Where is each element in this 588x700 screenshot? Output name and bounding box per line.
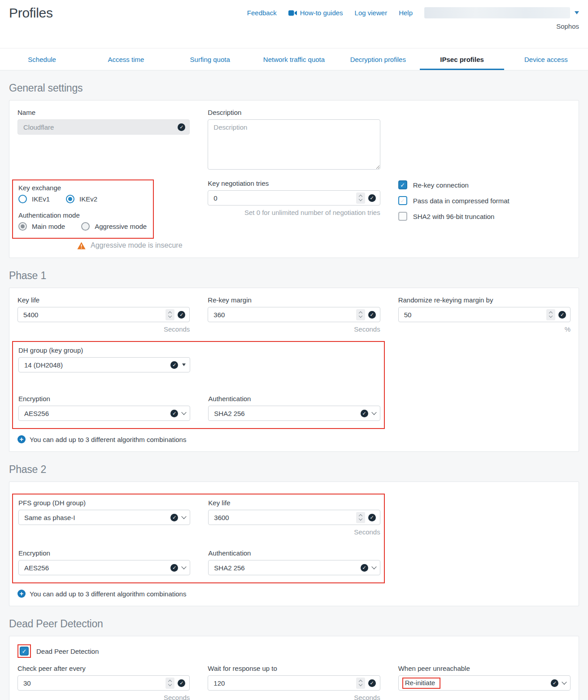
number-stepper[interactable] xyxy=(356,512,365,523)
check-circle-icon xyxy=(368,514,376,521)
video-camera-icon xyxy=(288,10,297,16)
key-negotiation-value: 0 xyxy=(213,194,356,202)
randomize-margin-label: Randomize re-keying margin by xyxy=(398,296,571,304)
annotation-box-dpd-checkbox xyxy=(17,644,31,658)
phase1-key-life-label: Key life xyxy=(17,296,190,304)
phase1-authentication-field: Authentication SHA2 256 xyxy=(208,395,380,421)
phase2-encryption-label: Encryption xyxy=(18,549,190,557)
check-circle-icon xyxy=(368,679,376,687)
number-stepper[interactable] xyxy=(356,309,365,320)
compressed-format-checkbox[interactable] xyxy=(398,196,407,205)
key-exchange-options: IKEv1 IKEv2 xyxy=(18,195,147,203)
phase1-note-text: You can add up to 3 different algorithm … xyxy=(30,436,186,443)
name-field: Name Cloudflare xyxy=(17,109,190,171)
chevron-down-icon xyxy=(371,410,376,415)
phase2-note-text: You can add up to 3 different algorithm … xyxy=(30,590,186,598)
plus-circle-icon[interactable] xyxy=(17,435,26,443)
check-circle-icon xyxy=(170,410,178,417)
description-label: Description xyxy=(208,109,380,116)
howto-guides-link[interactable]: How-to guides xyxy=(288,9,343,17)
chevron-down-icon xyxy=(182,564,187,569)
tab-device-access[interactable]: Device access xyxy=(504,48,588,70)
dh-group-select[interactable]: 14 (DH2048) xyxy=(18,357,190,372)
number-stepper[interactable] xyxy=(356,678,365,689)
account-menu[interactable] xyxy=(424,7,579,18)
phase2-key-life-unit: Seconds xyxy=(208,528,380,536)
rekey-margin-input[interactable]: 360 xyxy=(208,307,380,322)
phase2-key-life-input[interactable]: 3600 xyxy=(208,510,380,525)
tab-schedule[interactable]: Schedule xyxy=(0,48,84,70)
main-content: General settings Name Cloudflare Descrip… xyxy=(0,82,588,700)
phase1-key-life-field: Key life 5400 Seconds xyxy=(17,296,190,333)
check-circle-icon xyxy=(178,311,185,319)
plus-circle-icon[interactable] xyxy=(17,590,26,598)
check-peer-unit: Seconds xyxy=(17,694,190,700)
phase1-encryption-select[interactable]: AES256 xyxy=(18,406,190,421)
phase1-authentication-label: Authentication xyxy=(208,395,380,402)
phase2-key-life-field: Key life 3600 Seconds xyxy=(208,499,380,536)
check-circle-icon xyxy=(551,679,558,687)
key-negotiation-input[interactable]: 0 xyxy=(208,190,380,206)
phase1-authentication-select[interactable]: SHA2 256 xyxy=(208,406,380,421)
dpd-checkbox[interactable] xyxy=(20,647,29,656)
wait-response-input[interactable]: 120 xyxy=(208,675,380,691)
phase1-authentication-value: SHA2 256 xyxy=(214,410,360,417)
sha2-truncation-row: SHA2 with 96-bit truncation xyxy=(398,212,571,221)
radio-ikev2-label: IKEv2 xyxy=(79,195,97,203)
tab-decryption-profiles[interactable]: Decryption profiles xyxy=(336,48,420,70)
phase1-key-life-input[interactable]: 5400 xyxy=(17,307,190,322)
description-input[interactable] xyxy=(208,119,380,170)
dpd-card: Dead Peer Detection Check peer after eve… xyxy=(9,636,579,700)
annotation-box-phase1-algorithms: DH group (key group) 14 (DH2048) Encrypt… xyxy=(12,341,385,429)
wait-response-value: 120 xyxy=(213,679,356,687)
dpd-toggle-row: Dead Peer Detection xyxy=(17,644,571,658)
peer-unreachable-select[interactable]: Re-initiate xyxy=(398,675,571,691)
phase2-authentication-select[interactable]: SHA2 256 xyxy=(208,560,380,575)
key-exchange-column: Key exchange IKEv1 IKEv2 Authenticat xyxy=(17,179,190,249)
check-circle-icon xyxy=(361,564,368,572)
check-circle-icon xyxy=(178,123,185,131)
phase2-key-life-label: Key life xyxy=(208,499,380,507)
randomize-margin-input[interactable]: 50 xyxy=(398,307,571,322)
number-stepper[interactable] xyxy=(546,309,555,320)
auth-mode-options: Main mode Aggressive mode xyxy=(18,222,147,231)
phase2-encryption-select[interactable]: AES256 xyxy=(18,560,190,575)
name-input: Cloudflare xyxy=(17,119,190,135)
rekey-connection-row: Re-key connection xyxy=(398,180,571,189)
section-heading-general-settings: General settings xyxy=(9,82,579,94)
peer-unreachable-field: When peer unreachable Re-initiate xyxy=(398,665,571,700)
rekey-connection-checkbox[interactable] xyxy=(398,180,407,189)
phase2-card: PFS group (DH group) Same as phase-I Key… xyxy=(9,481,579,606)
connection-options-column: Re-key connection Pass data in compresse… xyxy=(398,179,571,249)
tab-access-time[interactable]: Access time xyxy=(84,48,168,70)
check-peer-label: Check peer after every xyxy=(17,665,190,672)
number-stepper[interactable] xyxy=(356,192,365,204)
check-peer-input[interactable]: 30 xyxy=(17,675,190,691)
phase1-encryption-value: AES256 xyxy=(24,410,170,417)
number-stepper[interactable] xyxy=(166,678,174,689)
radio-ikev1[interactable] xyxy=(18,195,27,203)
name-label: Name xyxy=(17,109,190,116)
log-viewer-link[interactable]: Log viewer xyxy=(355,9,388,17)
tab-ipsec-profiles[interactable]: IPsec profiles xyxy=(420,48,504,70)
wait-response-unit: Seconds xyxy=(208,694,380,700)
rekey-margin-label: Re-key margin xyxy=(208,296,380,304)
page-title: Profiles xyxy=(9,5,53,21)
help-link[interactable]: Help xyxy=(399,9,413,17)
feedback-link[interactable]: Feedback xyxy=(247,9,277,17)
pfs-group-select[interactable]: Same as phase-I xyxy=(18,510,190,525)
sha2-truncation-checkbox xyxy=(398,212,407,221)
topbar-links: Feedback How-to guides Log viewer Help xyxy=(247,7,579,18)
number-stepper[interactable] xyxy=(166,309,174,320)
tab-surfing-quota[interactable]: Surfing quota xyxy=(168,48,252,70)
rekey-margin-unit: Seconds xyxy=(208,325,380,333)
phase2-encryption-value: AES256 xyxy=(24,564,170,572)
howto-guides-label: How-to guides xyxy=(300,9,343,17)
radio-ikev2[interactable] xyxy=(66,195,74,203)
tab-network-traffic-quota[interactable]: Network traffic quota xyxy=(252,48,336,70)
check-peer-value: 30 xyxy=(23,679,166,687)
annotation-box-phase2-algorithms: PFS group (DH group) Same as phase-I Key… xyxy=(12,494,385,583)
sha2-truncation-label: SHA2 with 96-bit truncation xyxy=(413,213,495,220)
radio-main-mode-label: Main mode xyxy=(32,223,65,230)
phase1-key-life-value: 5400 xyxy=(23,311,166,319)
